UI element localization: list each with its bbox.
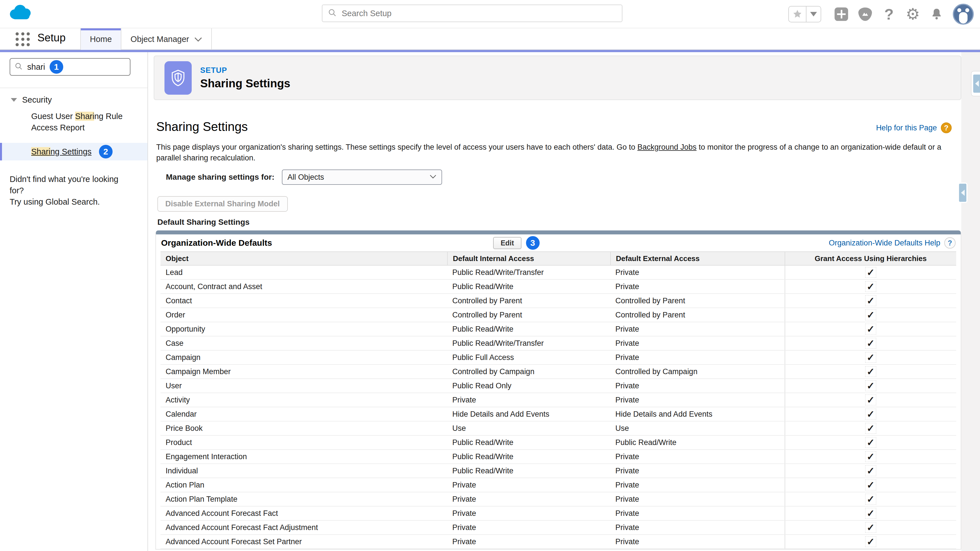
checkmark-icon: ✓ [865,295,876,306]
cell-grant-hierarchies: ✓ [784,365,956,378]
help-icon[interactable]: ? [881,6,897,22]
cell-grant-hierarchies: ✓ [784,507,956,520]
cell-external-access: Private [610,478,784,492]
cell-internal-access: Public Read/Write [447,322,610,336]
cell-external-access: Controlled by Parent [610,294,784,308]
owd-table-body: LeadPublic Read/Write/TransferPrivate✓Ac… [161,265,956,549]
column-header-hierarchies: Grant Access Using Hierarchies [784,252,956,265]
tab-home[interactable]: Home [80,29,121,50]
cell-object: User [161,379,447,392]
setup-gear-icon[interactable]: ⚙ [905,6,920,22]
cell-object: Account, Contract and Asset [161,280,447,293]
favorites-star-icon[interactable] [789,6,806,22]
global-search-input[interactable]: Search Setup [322,5,622,22]
quick-create-plus-icon[interactable] [834,6,849,22]
object-filter-select[interactable]: All Objects [282,170,442,185]
sidebar-divider [0,87,148,88]
help-for-this-page-link[interactable]: Help for this Page [876,124,937,132]
cell-external-access: Private [610,492,784,506]
cell-external-access: Private [610,521,784,534]
cell-grant-hierarchies: ✓ [784,464,956,478]
cell-external-access: Private [610,337,784,350]
help-question-icon[interactable]: ? [941,122,951,133]
cell-internal-access: Private [447,507,610,520]
page-eyebrow: SETUP [200,66,290,75]
owd-table-header: Object Default Internal Access Default E… [161,251,956,265]
chevron-down-icon [11,98,17,102]
checkmark-icon: ✓ [865,395,876,405]
cell-internal-access: Hide Details and Add Events [447,407,610,421]
table-row: Advanced Account Forecast Fact Adjustmen… [161,521,956,535]
cell-external-access: Private [610,280,784,293]
cell-object: Campaign [161,351,447,364]
checkmark-icon: ✓ [865,522,876,533]
setup-quick-find-input[interactable]: shari 1 [10,58,130,76]
manage-sharing-label: Manage sharing settings for: [166,173,275,182]
cell-object: Case [161,337,447,350]
collapse-panel-arrow-mid[interactable] [959,184,966,202]
table-row: Engagement InteractionPublic Read/WriteP… [161,450,956,464]
page-header-card: SETUP Sharing Settings [154,56,961,100]
table-row: Action Plan TemplatePrivatePrivate✓ [161,492,956,507]
column-header-object: Object [161,252,447,265]
annotation-badge-3: 3 [526,236,539,250]
table-row: Advanced Account Forecast FactPrivatePri… [161,507,956,521]
default-sharing-settings-heading: Default Sharing Settings [158,218,250,227]
cell-object: Action Plan Template [161,492,447,506]
notifications-bell-icon[interactable] [929,6,944,22]
cell-object: Individual [161,464,447,478]
search-match-highlight: Shari [31,147,51,156]
cell-external-access: Private [610,265,784,279]
cell-internal-access: Public Read/Write [447,450,610,464]
cell-grant-hierarchies: ✓ [784,421,956,435]
cell-grant-hierarchies: ✓ [784,322,956,336]
checkmark-icon: ✓ [865,281,876,292]
owd-header-row: Organization-Wide Defaults Edit 3 Organi… [156,234,961,251]
cell-external-access: Controlled by Campaign [610,365,784,378]
cell-object: Advanced Account Forecast Fact [161,507,447,520]
cell-grant-hierarchies: ✓ [784,308,956,322]
table-row: IndividualPublic Read/WritePrivate✓ [161,464,956,478]
sidebar-node-security[interactable]: Security [11,95,52,105]
cell-internal-access: Public Read/Write [447,280,610,293]
collapse-panel-arrow-top[interactable] [973,75,980,93]
cell-external-access: Private [610,507,784,520]
app-launcher-waffle-icon[interactable] [16,32,30,46]
sharing-settings-link[interactable]: Sharing Settings [31,147,92,156]
sharing-shield-icon [164,61,192,95]
cell-external-access: Private [610,351,784,364]
cell-grant-hierarchies: ✓ [784,436,956,449]
cell-grant-hierarchies: ✓ [784,280,956,293]
cell-grant-hierarchies: ✓ [784,492,956,506]
owd-help-link[interactable]: Organization-Wide Defaults Help [829,239,940,248]
owd-help-question-icon[interactable]: ? [944,237,956,249]
brand-accent-bar [0,50,980,52]
cell-internal-access: Controlled by Parent [447,308,610,322]
table-row: OrderControlled by ParentControlled by P… [161,308,956,322]
trailhead-icon[interactable] [858,6,873,22]
checkmark-icon: ✓ [865,352,876,363]
checkmark-icon: ✓ [865,465,876,476]
cell-internal-access: Public Read/Write [447,436,610,449]
table-row: ActivityPrivatePrivate✓ [161,393,956,407]
background-jobs-link[interactable]: Background Jobs [638,143,697,151]
favorites-dropdown-icon[interactable] [806,6,821,22]
cell-grant-hierarchies: ✓ [784,379,956,392]
disable-external-sharing-model-button[interactable]: Disable External Sharing Model [158,196,288,212]
sidebar-item-sharing-settings-selected[interactable]: Sharing Settings 2 [0,143,148,160]
cell-external-access: Private [610,322,784,336]
table-row: Account, Contract and AssetPublic Read/W… [161,280,956,294]
column-header-internal-access: Default Internal Access [447,252,610,265]
chevron-down-icon [430,174,436,180]
sidebar-item-guest-user-sharing-rule-access-report[interactable]: Guest User Sharing Rule Access Report [31,111,125,133]
cell-internal-access: Private [447,492,610,506]
cell-external-access: Hide Details and Add Events [610,407,784,421]
setup-nav-bar: Setup Home Object Manager [0,29,980,50]
tab-object-manager[interactable]: Object Manager [121,29,212,50]
table-row: OpportunityPublic Read/WritePrivate✓ [161,322,956,337]
cell-grant-hierarchies: ✓ [784,450,956,464]
cell-object: Opportunity [161,322,447,336]
owd-edit-button[interactable]: Edit [493,237,521,249]
user-avatar[interactable] [953,4,974,25]
cell-internal-access: Public Read/Write/Transfer [447,265,610,279]
